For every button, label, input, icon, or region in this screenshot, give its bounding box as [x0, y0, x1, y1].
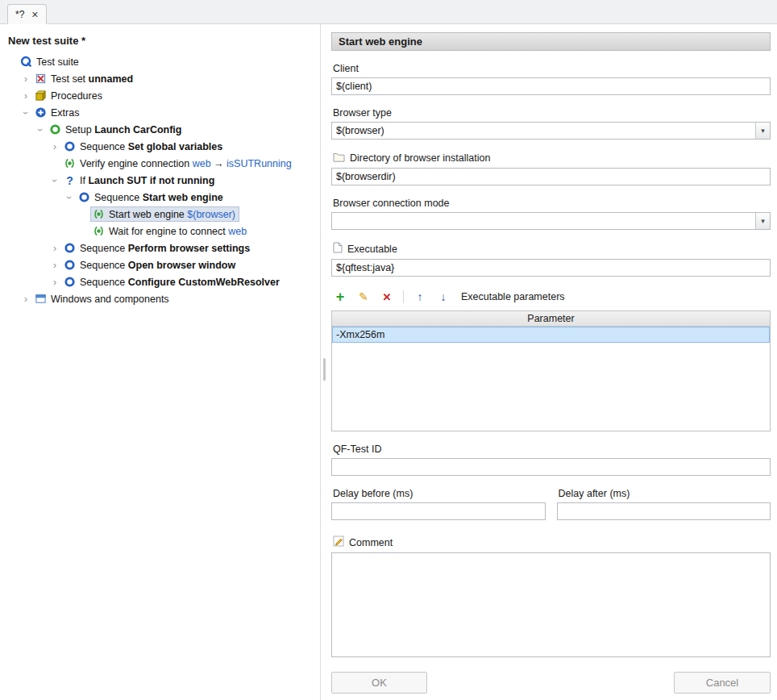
comment-label-row: Comment [333, 535, 769, 549]
tree-item-label: Wait for engine to connect web [109, 226, 247, 237]
connection-mode-input[interactable] [331, 212, 771, 230]
parameter-column-header[interactable]: Parameter [332, 311, 770, 327]
expander-collapsed-icon[interactable]: › [48, 277, 61, 287]
browser-dir-label: Directory of browser installation [350, 152, 490, 164]
suite-tab[interactable]: *? [7, 4, 47, 24]
sequence-icon [63, 242, 77, 254]
detail-header-title: Start web engine [331, 32, 771, 51]
sequence-icon [63, 276, 77, 288]
tree-item[interactable]: ›Sequence Open browser window [0, 256, 320, 273]
tree-item-content: Sequence Open browser window [61, 257, 239, 273]
delete-parameter-button[interactable] [380, 290, 394, 304]
delay-row: Delay before (ms) Delay after (ms) [331, 476, 771, 520]
engine-icon [92, 208, 106, 220]
splitter-grip-icon[interactable] [323, 358, 326, 381]
browser-type-label: Browser type [333, 107, 769, 119]
comment-pencil-icon [333, 535, 344, 549]
parameter-row[interactable]: -Xmx256m [332, 327, 770, 343]
connection-mode-dropdown-icon[interactable] [755, 213, 770, 229]
tree-item-content: Sequence Perform browser settings [61, 240, 254, 256]
tree-item[interactable]: ›Windows and components [0, 290, 320, 307]
windows-icon [34, 293, 48, 305]
tab-close-icon[interactable] [31, 9, 38, 20]
browser-dir-input[interactable] [331, 168, 771, 185]
parameter-toolbar: Executable parameters [333, 290, 769, 304]
tree-item[interactable]: ›Sequence Start web engine [0, 189, 320, 206]
move-up-button[interactable] [413, 290, 427, 304]
sequence-icon [63, 140, 77, 152]
comment-label: Comment [349, 537, 393, 548]
tree-panel: New test suite * Test suite›Test set unn… [0, 24, 321, 700]
parameter-table-body: -Xmx256m [332, 327, 770, 431]
expander-collapsed-icon[interactable]: › [48, 260, 61, 270]
delay-after-input[interactable] [557, 502, 771, 520]
delay-before-label: Delay before (ms) [333, 488, 544, 499]
tree-item-label: Windows and components [51, 294, 169, 305]
tree-item[interactable]: ›Test set unnamed [0, 70, 320, 87]
detail-panel: Start web engine Client Browser type Dir… [331, 24, 777, 700]
expander-expanded-icon[interactable]: › [35, 123, 45, 136]
expander-collapsed-icon[interactable]: › [48, 142, 61, 152]
tree-item[interactable]: Verify engine connection web → isSUTRunn… [0, 155, 320, 172]
tree-item-content: Extras [32, 105, 83, 120]
client-input[interactable] [331, 77, 771, 95]
tree-item[interactable]: ›Setup Launch CarConfig [0, 121, 320, 138]
tree-item-content: Wait for engine to connect web [90, 223, 251, 239]
tree-item[interactable]: Test suite [0, 53, 320, 70]
tree-item-content: Test suite [18, 54, 83, 69]
folder-icon [333, 152, 345, 165]
delay-after-label: Delay after (ms) [559, 488, 770, 499]
tree-item[interactable]: ›Sequence Perform browser settings [0, 240, 320, 256]
procedures-icon [34, 90, 48, 102]
parameter-table: Parameter -Xmx256m [331, 310, 771, 431]
tree-item-content: Verify engine connection web → isSUTRunn… [61, 156, 296, 171]
add-parameter-button[interactable] [333, 290, 347, 304]
browser-dir-label-row: Directory of browser installation [333, 152, 769, 165]
tree-item[interactable]: ›Sequence Set global variables [0, 138, 320, 155]
delay-before-input[interactable] [331, 502, 546, 520]
client-label: Client [333, 63, 769, 74]
tree-item-content: Start web engine $(browser) [90, 206, 239, 222]
tree-item[interactable]: ›?If Launch SUT if not running [0, 172, 320, 189]
sequence-icon [77, 191, 91, 203]
expander-expanded-icon[interactable]: › [50, 174, 60, 187]
connection-mode-combobox [331, 212, 771, 230]
tree-item-label: Sequence Open browser window [80, 260, 235, 271]
cancel-button[interactable]: Cancel [674, 672, 771, 694]
tree-item[interactable]: ›Procedures [0, 87, 320, 104]
setup-icon [48, 123, 62, 135]
expander-collapsed-icon[interactable]: › [19, 74, 32, 84]
tree-item[interactable]: Start web engine $(browser) [0, 206, 320, 223]
expander-collapsed-icon[interactable]: › [19, 91, 32, 101]
tree-item-content: Setup Launch CarConfig [47, 122, 185, 137]
test-set-icon [34, 73, 48, 85]
expander-collapsed-icon[interactable]: › [19, 294, 32, 304]
main-split: New test suite * Test suite›Test set unn… [0, 24, 777, 700]
executable-input[interactable] [331, 259, 771, 277]
connection-mode-label: Browser connection mode [333, 198, 769, 209]
move-down-button[interactable] [436, 290, 451, 304]
tree-item-label: Procedures [51, 90, 102, 102]
engine-icon [63, 157, 77, 169]
edit-parameter-button[interactable] [356, 290, 371, 304]
tree-item[interactable]: Wait for engine to connect web [0, 223, 320, 240]
comment-textarea[interactable] [331, 552, 771, 657]
tree-item-content: Test set unnamed [32, 71, 137, 86]
qf-test-window: *? New test suite * Test suite›Test set … [0, 0, 777, 700]
extras-icon [34, 106, 48, 119]
ok-button[interactable]: OK [331, 672, 427, 694]
browser-type-input[interactable] [331, 122, 771, 140]
expander-collapsed-icon[interactable]: › [48, 244, 61, 253]
qftest-id-label: QF-Test ID [333, 444, 769, 455]
executable-parameters-label: Executable parameters [461, 291, 565, 302]
expander-expanded-icon[interactable]: › [64, 191, 74, 204]
if-icon: ? [63, 174, 77, 187]
browser-type-dropdown-icon[interactable] [755, 123, 770, 139]
qftest-id-input[interactable] [331, 458, 771, 476]
tree-item[interactable]: ›Extras [0, 104, 320, 121]
tree-item-content: Procedures [32, 88, 106, 103]
panel-splitter[interactable] [321, 24, 331, 700]
tree-item[interactable]: ›Sequence Configure CustomWebResolver [0, 273, 320, 290]
expander-expanded-icon[interactable]: › [21, 106, 31, 119]
dialog-buttons: OK Cancel [331, 662, 771, 694]
